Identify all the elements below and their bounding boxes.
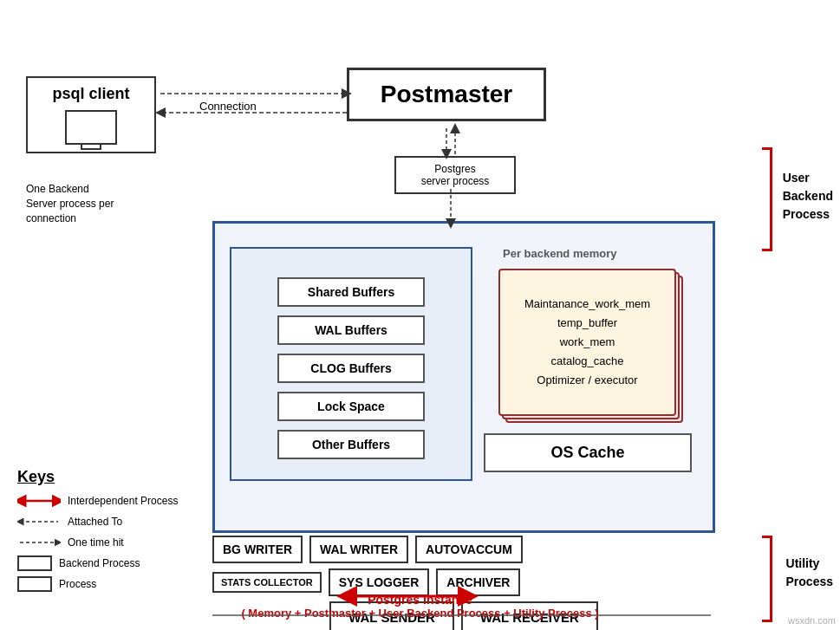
wal-writer-box: WAL WRITER — [309, 536, 408, 563]
key-attached: Attached To — [17, 514, 208, 529]
bg-writer-box: BG WRITER — [212, 536, 303, 563]
postgres-instance-subtitle: ( Memory + Postmaster + User Backend Pro… — [0, 607, 840, 620]
postmaster-box: Postmaster — [347, 68, 546, 121]
watermark: wsxdn.com — [788, 615, 836, 626]
postgres-instance-title: Postgres Instance — [0, 593, 840, 607]
backend-process-box-icon — [17, 555, 52, 571]
key-onetime-label: One time hit — [68, 536, 124, 549]
psql-client-label: psql client — [35, 85, 147, 103]
key-interdependent: Interdependent Process — [17, 493, 208, 509]
pb-item-3: work_mem — [560, 333, 615, 352]
user-backend-label: UserBackendProcess — [783, 169, 833, 224]
postgres-server-line1: Postgres — [405, 163, 505, 175]
process-box-icon — [17, 576, 52, 592]
per-backend-label: Per backend memory — [503, 247, 617, 260]
pb-item-4: catalog_cache — [551, 352, 624, 371]
per-backend-main: Maintanance_work_mem temp_buffer work_me… — [498, 269, 676, 416]
keys-title: Keys — [17, 468, 208, 486]
keys-section: Keys Interdependent Process — [17, 468, 208, 597]
connection-label: Connection — [199, 100, 257, 113]
key-attached-label: Attached To — [68, 516, 122, 528]
one-backend-text: One Backend Server process per connectio… — [26, 182, 156, 225]
other-buffers-box: Other Buffers — [277, 430, 425, 459]
bottom-instance-label: Postgres Instance ( Memory + Postmaster … — [0, 593, 840, 620]
key-backend-process: Backend Process — [17, 555, 208, 571]
dashed-left-arrow-icon — [17, 514, 61, 529]
key-process-label: Process — [59, 578, 96, 590]
pb-item-5: Optimizer / executor — [537, 371, 637, 390]
pb-item-1: Maintanance_work_mem — [524, 295, 650, 314]
key-interdependent-label: Interdependent Process — [68, 495, 178, 507]
per-backend-stack: Maintanance_work_mem temp_buffer work_me… — [498, 269, 685, 429]
clog-buffers-box: CLOG Buffers — [277, 354, 425, 383]
dashed-right-arrow-icon — [17, 535, 61, 550]
double-arrow-icon — [17, 493, 61, 509]
shared-buffers-box: Shared Buffers — [277, 277, 425, 307]
psql-client-box: psql client — [26, 76, 156, 153]
pb-item-2: temp_buffer — [557, 314, 617, 333]
key-process: Process — [17, 576, 208, 592]
key-backend-process-label: Backend Process — [59, 557, 140, 569]
utility-process-label: UtilityProcess — [786, 555, 833, 591]
postmaster-label: Postmaster — [367, 81, 526, 108]
os-cache-box: OS Cache — [484, 433, 692, 472]
diagram-container: psql client One Backend Server process p… — [0, 0, 840, 630]
wal-buffers-box: WAL Buffers — [277, 315, 425, 345]
process-row-1: BG WRITER WAL WRITER AUTOVACCUM — [212, 536, 715, 563]
user-backend-bracket — [762, 147, 772, 251]
postgres-server-box: Postgres server process — [394, 156, 516, 194]
postgres-server-line2: server process — [405, 175, 505, 187]
lock-space-box: Lock Space — [277, 392, 425, 421]
shared-memory-items: Shared Buffers WAL Buffers CLOG Buffers … — [234, 269, 468, 468]
psql-monitor-icon — [65, 110, 117, 145]
autovaccum-box: AUTOVACCUM — [415, 536, 523, 563]
stats-collector-box: STATS COLLECTOR — [212, 572, 322, 593]
key-onetime: One time hit — [17, 535, 208, 550]
